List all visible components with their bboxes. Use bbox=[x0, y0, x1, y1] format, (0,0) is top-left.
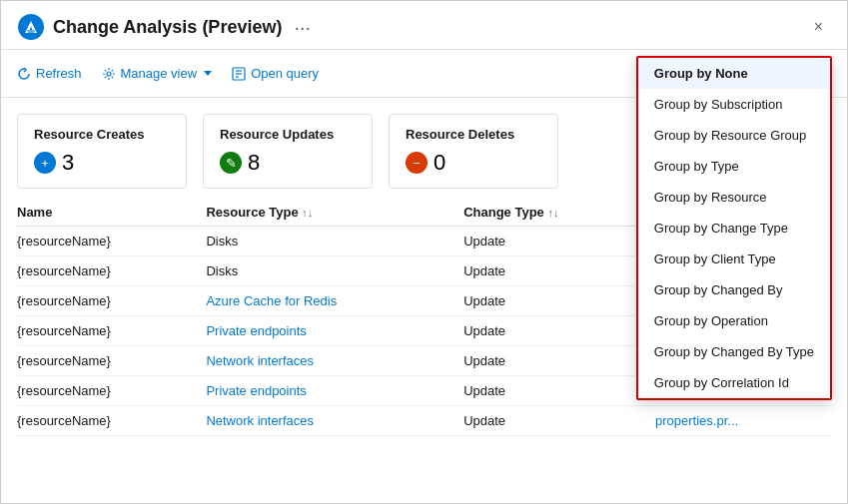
updates-count: 8 bbox=[248, 150, 260, 176]
cell-name: {resourceName} bbox=[17, 256, 206, 286]
cell-name: {resourceName} bbox=[17, 406, 206, 436]
cell-resource-type[interactable]: Private endpoints bbox=[206, 316, 463, 346]
dropdown-item[interactable]: Group by Change Type bbox=[638, 213, 830, 244]
col-change-type[interactable]: Change Type ↑↓ bbox=[463, 199, 655, 227]
title-bar: Change Analysis (Preview) ··· × bbox=[1, 1, 847, 50]
cell-change-type: Update bbox=[463, 256, 655, 286]
cell-resource-type[interactable]: Network interfaces bbox=[206, 346, 463, 376]
dropdown-item[interactable]: Group by Resource bbox=[638, 182, 830, 213]
creates-count: 3 bbox=[62, 150, 74, 176]
manage-view-label: Manage view bbox=[121, 66, 198, 81]
cell-resource-type[interactable]: Network interfaces bbox=[206, 406, 463, 436]
cell-name: {resourceName} bbox=[17, 227, 206, 256]
cell-resource-type: Disks bbox=[206, 227, 463, 256]
refresh-icon bbox=[17, 67, 31, 81]
resource-updates-card: Resource Updates ✎ 8 bbox=[203, 114, 373, 189]
dropdown-item[interactable]: Group by Operation bbox=[638, 305, 830, 336]
window-title: Change Analysis (Preview) bbox=[53, 17, 282, 38]
cell-changes[interactable]: properties.pr... bbox=[655, 406, 831, 436]
cell-resource-type: Disks bbox=[206, 256, 463, 286]
group-by-dropdown: Group by NoneGroup by SubscriptionGroup … bbox=[636, 56, 832, 400]
deletes-value: − 0 bbox=[406, 150, 541, 176]
manage-view-button[interactable]: Manage view bbox=[102, 66, 213, 81]
change-type-sort-icon: ↑↓ bbox=[547, 207, 558, 219]
toolbar-left: Refresh Manage view Open query bbox=[17, 66, 319, 81]
dropdown-item[interactable]: Group by Type bbox=[638, 151, 830, 182]
title-left: Change Analysis (Preview) ··· bbox=[17, 13, 315, 41]
refresh-button[interactable]: Refresh bbox=[17, 66, 82, 81]
resource-type-sort-icon: ↑↓ bbox=[302, 207, 313, 219]
dropdown-item[interactable]: Group by Changed By bbox=[638, 274, 830, 305]
svg-point-3 bbox=[107, 72, 111, 76]
cell-change-type: Update bbox=[463, 376, 655, 406]
dropdown-item[interactable]: Group by Subscription bbox=[638, 89, 830, 120]
cell-name: {resourceName} bbox=[17, 346, 206, 376]
cell-change-type: Update bbox=[463, 346, 655, 376]
cell-resource-type[interactable]: Private endpoints bbox=[206, 376, 463, 406]
cell-change-type: Update bbox=[463, 406, 655, 436]
table-row: {resourceName}Network interfacesUpdatepr… bbox=[17, 406, 831, 436]
deletes-title: Resource Deletes bbox=[406, 127, 541, 142]
manage-view-chevron bbox=[204, 71, 212, 76]
dropdown-item[interactable]: Group by Client Type bbox=[638, 244, 830, 274]
more-options-button[interactable]: ··· bbox=[290, 16, 315, 39]
creates-icon: + bbox=[34, 152, 56, 174]
dropdown-item[interactable]: Group by Resource Group bbox=[638, 120, 830, 151]
cell-name: {resourceName} bbox=[17, 316, 206, 346]
updates-value: ✎ 8 bbox=[220, 150, 356, 176]
creates-value: + 3 bbox=[34, 150, 170, 176]
open-query-label: Open query bbox=[251, 66, 319, 81]
dropdown-item[interactable]: Group by Correlation Id bbox=[638, 367, 830, 398]
updates-title: Resource Updates bbox=[220, 127, 356, 142]
cell-resource-type[interactable]: Azure Cache for Redis bbox=[206, 286, 463, 316]
azure-icon bbox=[17, 13, 45, 41]
refresh-label: Refresh bbox=[36, 66, 82, 81]
deletes-icon: − bbox=[406, 152, 427, 174]
svg-point-0 bbox=[18, 14, 44, 40]
deletes-count: 0 bbox=[433, 150, 445, 176]
cell-change-type: Update bbox=[463, 286, 655, 316]
close-button[interactable]: × bbox=[806, 14, 831, 40]
resource-creates-card: Resource Creates + 3 bbox=[17, 114, 187, 189]
updates-icon: ✎ bbox=[220, 152, 242, 174]
creates-title: Resource Creates bbox=[34, 127, 170, 142]
query-icon bbox=[232, 67, 246, 81]
dropdown-item[interactable]: Group by Changed By Type bbox=[638, 336, 830, 367]
svg-marker-2 bbox=[27, 30, 35, 33]
cell-change-type: Update bbox=[463, 227, 655, 256]
col-name: Name bbox=[17, 199, 206, 227]
cell-name: {resourceName} bbox=[17, 376, 206, 406]
cell-name: {resourceName} bbox=[17, 286, 206, 316]
dropdown-item[interactable]: Group by None bbox=[638, 58, 830, 89]
col-resource-type[interactable]: Resource Type ↑↓ bbox=[206, 199, 463, 227]
main-window: Change Analysis (Preview) ··· × Refresh … bbox=[0, 0, 848, 504]
resource-deletes-card: Resource Deletes − 0 bbox=[389, 114, 558, 189]
cell-change-type: Update bbox=[463, 316, 655, 346]
open-query-button[interactable]: Open query bbox=[232, 66, 319, 81]
gear-icon bbox=[102, 67, 116, 81]
